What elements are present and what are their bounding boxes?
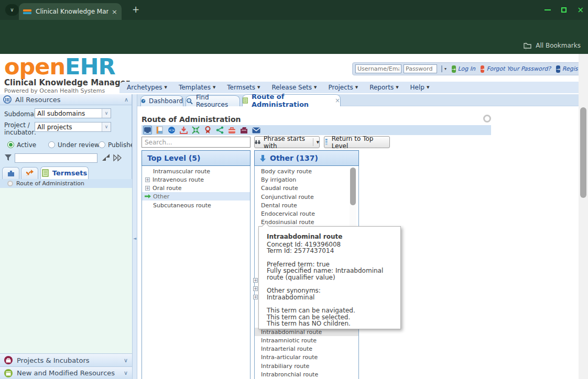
- subdomain-select[interactable]: All subdomains ∨: [35, 108, 111, 118]
- nav-templates[interactable]: Templates▼: [179, 84, 215, 91]
- list-item-route-of-administration[interactable]: Route of Administration: [0, 179, 132, 188]
- browser-window: ∨ Clinical Knowledge Manager × + × ← → ⟳…: [0, 0, 588, 379]
- other-column-header[interactable]: Other (137): [254, 150, 359, 166]
- browser-tab[interactable]: Clinical Knowledge Manager ×: [19, 3, 122, 20]
- apply-filter-icon[interactable]: [102, 154, 110, 162]
- green-arrow-icon: [144, 194, 151, 199]
- list-item-selected[interactable]: Other: [142, 192, 250, 200]
- all-bookmarks-button[interactable]: All Bookmarks: [524, 42, 581, 49]
- tab-close-icon[interactable]: ×: [335, 97, 340, 104]
- nav-projects[interactable]: Projects▼: [328, 84, 358, 91]
- toolbox-button[interactable]: [227, 126, 236, 135]
- forgot-password-link[interactable]: Forgot Your Password?: [486, 65, 551, 72]
- forgot-password-arrow-icon[interactable]: →: [481, 65, 485, 73]
- chevron-down-icon: ▼: [257, 85, 260, 90]
- radio-active-label: Active: [17, 141, 36, 149]
- collapse-sidebar-handle[interactable]: ◄: [133, 235, 137, 243]
- maximize-icon[interactable]: [561, 7, 567, 13]
- expand-icon[interactable]: +: [145, 177, 150, 182]
- collapse-button[interactable]: [191, 126, 200, 135]
- bookmarks-bar: [0, 40, 588, 54]
- top-level-column-header[interactable]: Top Level (5): [141, 150, 251, 166]
- radio-active[interactable]: [7, 141, 14, 148]
- list-item[interactable]: Caudal route: [255, 184, 358, 192]
- display-view-button[interactable]: [143, 126, 152, 135]
- expand-chevron-icon[interactable]: ∨: [124, 370, 128, 376]
- expand-results-icon[interactable]: [113, 154, 122, 162]
- expand-chevron-icon[interactable]: ∨: [124, 357, 128, 364]
- site-title: Clinical Knowledge Manager: [4, 78, 129, 87]
- remember-me-checkbox[interactable]: [441, 65, 442, 72]
- list-item[interactable]: Conjunctival route: [255, 193, 358, 201]
- tab-close-icon[interactable]: ×: [112, 8, 117, 16]
- share-button[interactable]: [215, 126, 224, 135]
- password-field[interactable]: [404, 64, 437, 73]
- projects-incubators-panel[interactable]: Projects & Incubators ∨: [0, 353, 132, 366]
- radio-under-review[interactable]: [48, 141, 55, 148]
- nav-archetypes[interactable]: Archetypes▼: [127, 84, 167, 91]
- download-button[interactable]: [179, 126, 188, 135]
- radio-published[interactable]: [99, 141, 105, 148]
- list-item[interactable]: Intramuscular route: [142, 167, 250, 175]
- login-options-caret[interactable]: ▾: [444, 66, 447, 71]
- tab-find-resources[interactable]: Find Resources: [186, 95, 240, 106]
- list-item[interactable]: Intraarterial route: [255, 344, 358, 353]
- login-arrow-icon[interactable]: →: [452, 65, 456, 73]
- expand-icon[interactable]: +: [253, 286, 258, 291]
- minimize-icon[interactable]: [545, 9, 551, 10]
- sidebar-splitter[interactable]: ◄: [132, 94, 137, 379]
- project-select[interactable]: All projects ∨: [35, 122, 111, 132]
- list-item[interactable]: Endosinusial route: [255, 218, 358, 226]
- openehr-logo[interactable]: openEHR: [4, 55, 115, 78]
- list-item[interactable]: Endocervical route: [255, 209, 358, 218]
- list-item[interactable]: Dental route: [255, 201, 358, 209]
- nav-termsets[interactable]: Termsets▼: [227, 84, 260, 91]
- list-item[interactable]: Intraamniotic route: [255, 336, 358, 344]
- tab-search-button[interactable]: ∨: [5, 4, 19, 16]
- tab-archetypes[interactable]: [2, 167, 19, 179]
- all-resources-header[interactable]: All Resources ∧: [0, 94, 132, 105]
- register-arrow-icon[interactable]: →: [556, 65, 560, 73]
- expand-icon[interactable]: +: [145, 186, 150, 191]
- nav-reports[interactable]: Reports▼: [369, 84, 398, 91]
- nav-release-sets[interactable]: Release Sets▼: [271, 84, 317, 91]
- phrase-starts-with-button[interactable]: Phrase starts with ▼: [254, 136, 320, 148]
- list-item[interactable]: +Intravenous route: [142, 175, 250, 184]
- ribbon-button[interactable]: [203, 126, 212, 135]
- tab-route-of-administration[interactable]: Route of Administration ×: [242, 94, 341, 106]
- tab-dashboard[interactable]: Dashboard: [140, 95, 183, 106]
- new-tab-button[interactable]: +: [132, 4, 139, 15]
- list-item[interactable]: By irrigation: [255, 175, 358, 184]
- page-scrollbar[interactable]: [579, 54, 588, 379]
- close-icon[interactable]: ×: [577, 7, 584, 13]
- list-item[interactable]: Intrabronchial route: [255, 370, 358, 378]
- mail-button[interactable]: [252, 126, 260, 135]
- scrollbar-thumb[interactable]: [350, 168, 356, 205]
- list-item[interactable]: Intrabiliary route: [255, 362, 358, 370]
- tab-templates[interactable]: [21, 167, 38, 179]
- list-item[interactable]: Subcutaneous route: [142, 201, 250, 209]
- nav-help[interactable]: Help▼: [410, 84, 430, 91]
- sidebar-tabs: Termsets: [0, 166, 132, 179]
- tooltip-note-children: This term has NO children.: [267, 320, 394, 327]
- chevron-down-icon: ▼: [314, 85, 317, 90]
- collapse-chevron-icon[interactable]: ∧: [124, 96, 128, 103]
- notes-button[interactable]: [155, 126, 164, 135]
- tab-termsets[interactable]: Termsets: [40, 166, 89, 179]
- return-to-top-level-button[interactable]: Return to Top Level: [324, 136, 390, 148]
- username-field[interactable]: [355, 64, 401, 73]
- scrollbar-thumb[interactable]: [580, 107, 586, 198]
- xml-export-button[interactable]: <>: [167, 126, 176, 135]
- expand-icon[interactable]: +: [253, 295, 258, 299]
- list-item[interactable]: +Oral route: [142, 184, 250, 192]
- login-link[interactable]: Log In: [458, 65, 475, 72]
- briefcase-button[interactable]: [239, 126, 248, 135]
- new-modified-panel[interactable]: New and Modified Resources ∨: [0, 366, 132, 379]
- main-area: Dashboard Find Resources Route of Admini…: [137, 94, 579, 379]
- list-item[interactable]: Intra-articular route: [255, 353, 358, 361]
- filter-input[interactable]: [15, 153, 97, 163]
- expand-icon[interactable]: +: [253, 278, 258, 283]
- search-input[interactable]: [141, 137, 251, 148]
- chevron-down-icon[interactable]: ▼: [317, 140, 319, 144]
- list-item[interactable]: Body cavity route: [255, 167, 358, 175]
